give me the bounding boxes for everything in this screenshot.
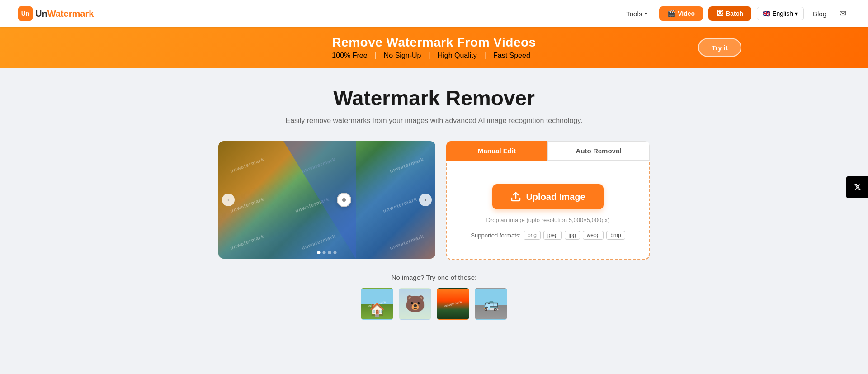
chevron-down-icon: ▾ (645, 11, 647, 17)
preview-prev-arrow[interactable]: ‹ (222, 194, 235, 206)
sample-image-truck[interactable]: 🚌 (475, 288, 507, 320)
x-icon: 𝕏 (854, 182, 861, 192)
format-webp: webp (583, 231, 604, 240)
tab-auto-removal[interactable]: Auto Removal (547, 141, 650, 161)
batch-icon: 🖼 (717, 10, 723, 17)
tool-area: unwatermark unwatermark unwatermark unwa… (172, 141, 696, 260)
tools-button[interactable]: Tools ▾ (620, 7, 654, 20)
logo-un: Un (35, 9, 47, 19)
logo-watermark: Watermark (47, 9, 94, 19)
right-panel: Manual Edit Auto Removal Upload Image Dr… (446, 141, 650, 260)
sample-label: No image? Try one of these: (172, 274, 696, 281)
tools-label: Tools (626, 10, 642, 18)
banner-title: Remove Watermark From Videos (332, 35, 536, 50)
drag-handle[interactable] (337, 193, 351, 207)
banner-sep-1: | (375, 52, 377, 60)
upload-icon (510, 191, 521, 202)
sample-wm-3: watermark (444, 299, 462, 308)
logo-text: UnWatermark (35, 9, 94, 19)
formats-section: Supported formats: png jpeg jpg webp bmp (471, 231, 625, 240)
page-subtitle: Easily remove watermarks from your image… (172, 117, 696, 125)
sample-image-bear[interactable]: 🐻 (399, 288, 431, 320)
banner-item-free: 100% Free (332, 52, 367, 60)
banner-item-quality: High Quality (438, 52, 477, 60)
format-png: png (524, 231, 541, 240)
sample-section: No image? Try one of these: watermark 🐻 … (172, 274, 696, 320)
tabs: Manual Edit Auto Removal (446, 141, 650, 161)
upload-area[interactable]: Upload Image Drop an image (upto resolut… (446, 161, 650, 260)
preview-next-arrow[interactable]: › (419, 194, 432, 206)
sample-image-house[interactable]: watermark (361, 288, 393, 320)
tab-manual-edit[interactable]: Manual Edit (446, 141, 547, 161)
video-label: Video (678, 10, 695, 17)
logo[interactable]: Un UnWatermark (18, 6, 94, 21)
preview-canvas: unwatermark unwatermark unwatermark unwa… (218, 141, 435, 259)
drag-handle-inner (342, 198, 346, 202)
header-right: Tools ▾ 🎬 Video 🖼 Batch 🇬🇧 English ▾ Blo… (620, 6, 850, 21)
twitter-x-button[interactable]: 𝕏 (846, 176, 868, 198)
flag-icon: 🇬🇧 (763, 10, 770, 17)
mail-icon[interactable]: ✉ (835, 6, 850, 21)
video-icon: 🎬 (667, 10, 675, 17)
preview-dots (317, 251, 337, 254)
dot-3[interactable] (328, 251, 331, 254)
formats-label: Supported formats: (471, 232, 521, 239)
sample-wm-1: watermark (368, 299, 387, 308)
batch-button[interactable]: 🖼 Batch (708, 6, 751, 21)
blog-link[interactable]: Blog (809, 7, 830, 20)
upload-button-label: Upload Image (526, 192, 585, 202)
food-image: unwatermark unwatermark unwatermark unwa… (218, 141, 435, 259)
dot-1[interactable] (317, 251, 321, 254)
banner-item-speed: Fast Speed (493, 52, 530, 60)
video-button[interactable]: 🎬 Video (659, 6, 703, 21)
header: Un UnWatermark Tools ▾ 🎬 Video 🖼 Batch 🇬… (0, 0, 868, 27)
page-title: Watermark Remover (172, 86, 696, 110)
format-jpg: jpg (565, 231, 580, 240)
banner-sep-2: | (428, 52, 430, 60)
batch-label: Batch (726, 10, 743, 17)
dot-4[interactable] (334, 251, 337, 254)
language-selector[interactable]: 🇬🇧 English ▾ (757, 7, 804, 20)
banner-sub-items: 100% Free | No Sign-Up | High Quality | … (332, 52, 536, 60)
logo-icon: Un (18, 6, 33, 21)
language-label: English (772, 10, 793, 17)
dot-2[interactable] (323, 251, 326, 254)
upload-image-button[interactable]: Upload Image (492, 184, 603, 209)
main-content: Watermark Remover Easily remove watermar… (163, 68, 705, 347)
format-jpeg: jpeg (543, 231, 562, 240)
banner-item-signup: No Sign-Up (384, 52, 421, 60)
sample-images: watermark 🐻 watermark 🚌 (172, 288, 696, 320)
lang-chevron-icon: ▾ (795, 10, 798, 17)
image-preview: unwatermark unwatermark unwatermark unwa… (218, 141, 435, 259)
video-banner: Remove Watermark From Videos 100% Free |… (0, 27, 868, 68)
sample-image-sunset[interactable]: watermark (437, 288, 469, 320)
drop-text: Drop an image (upto resolution 5,000×5,0… (486, 217, 610, 223)
banner-sep-3: | (484, 52, 486, 60)
banner-content: Remove Watermark From Videos 100% Free |… (332, 35, 536, 60)
format-bmp: bmp (606, 231, 625, 240)
try-it-button[interactable]: Try it (698, 38, 741, 57)
